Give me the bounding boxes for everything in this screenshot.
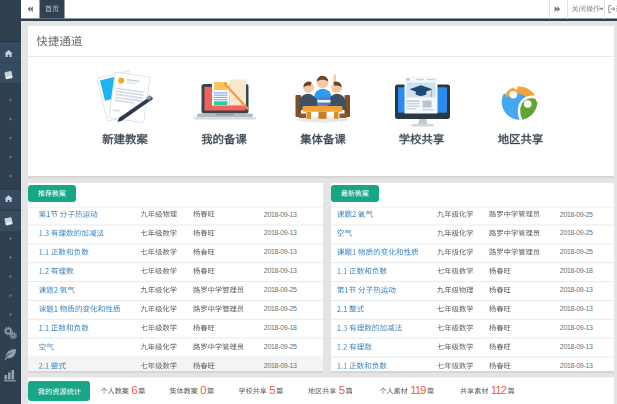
svg-text:2018-09-13: 2018-09-13 [264, 211, 297, 218]
svg-text:2018-09-13: 2018-09-13 [264, 267, 297, 274]
svg-text:2018-09-25: 2018-09-25 [560, 229, 593, 236]
svg-text:2018-09-25: 2018-09-25 [264, 286, 297, 293]
svg-text:2018-09-13: 2018-09-13 [264, 248, 297, 255]
svg-text:2018-09-25: 2018-09-25 [560, 211, 593, 218]
svg-text:0: 0 [200, 384, 206, 396]
svg-text:2018-09-13: 2018-09-13 [264, 229, 297, 236]
svg-text:2018-09-13: 2018-09-13 [264, 362, 297, 369]
svg-text:2018-09-18: 2018-09-18 [264, 324, 297, 331]
svg-text:2018-09-13: 2018-09-13 [560, 324, 593, 331]
svg-text:2018-09-13: 2018-09-13 [560, 362, 593, 369]
svg-text:2018-09-13: 2018-09-13 [560, 343, 593, 350]
svg-text:2018-09-25: 2018-09-25 [560, 248, 593, 255]
svg-text:119: 119 [410, 384, 426, 396]
svg-text:6: 6 [131, 384, 137, 396]
svg-text:112: 112 [491, 384, 507, 396]
svg-text:2018-09-13: 2018-09-13 [560, 286, 593, 293]
svg-text:2018-09-25: 2018-09-25 [264, 305, 297, 312]
svg-text:5: 5 [339, 384, 345, 396]
svg-text:5: 5 [269, 384, 275, 396]
svg-text:2018-09-13: 2018-09-13 [560, 305, 593, 312]
svg-text:2018-09-18: 2018-09-18 [560, 267, 593, 274]
svg-text:2018-09-25: 2018-09-25 [264, 343, 297, 350]
